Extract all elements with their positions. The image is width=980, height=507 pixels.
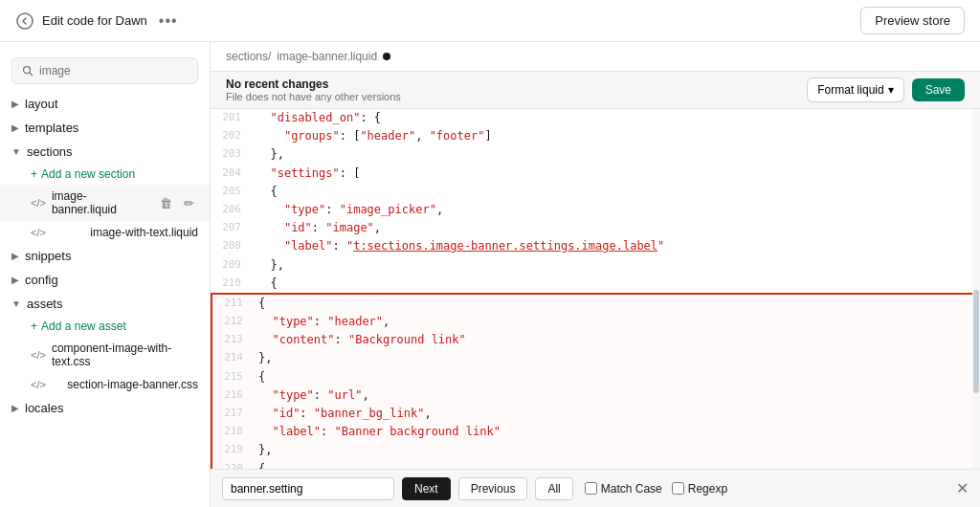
topbar-left: Edit code for Dawn •••	[15, 11, 178, 31]
sidebar-item-label: config	[25, 273, 58, 287]
code-line: 201 "disabled_on": {	[211, 109, 980, 127]
line-content: "type": "url",	[251, 386, 978, 405]
sidebar-item-layout[interactable]: ▶ layout	[0, 92, 210, 116]
format-label: Format liquid	[817, 83, 883, 97]
edit-file-button[interactable]: ✏	[180, 194, 198, 212]
search-options: Match Case Regexp	[585, 482, 727, 496]
file-item-component-image[interactable]: </> component-image-with-text.css	[0, 337, 210, 373]
file-icon: </>	[31, 349, 46, 361]
line-number: 209	[211, 256, 249, 275]
delete-file-button[interactable]: 🗑	[156, 194, 176, 212]
line-number: 208	[211, 237, 249, 255]
sidebar-item-sections[interactable]: ▼ sections	[0, 140, 210, 164]
file-item-image-banner[interactable]: </> image-banner.liquid 🗑 ✏	[0, 185, 210, 221]
line-content: "settings": [	[249, 165, 980, 183]
line-number: 217	[212, 405, 251, 423]
sidebar-item-config[interactable]: ▶ config	[0, 268, 210, 292]
format-liquid-button[interactable]: Format liquid ▾	[807, 77, 903, 102]
sidebar-item-label: assets	[27, 297, 63, 311]
topbar-title: Edit code for Dawn	[42, 13, 147, 28]
preview-store-button[interactable]: Preview store	[860, 7, 965, 34]
code-line: 217 "id": "banner_bg_link",	[211, 405, 980, 423]
back-icon[interactable]	[15, 11, 34, 31]
line-content: "disabled_on": {	[249, 109, 980, 127]
match-case-checkbox[interactable]	[585, 482, 597, 495]
editor-area: sections/image-banner.liquid No recent c…	[211, 42, 980, 507]
chevron-down-icon: ▼	[11, 298, 21, 309]
file-item-image-with-text[interactable]: </> image-with-text.liquid	[0, 221, 210, 244]
regexp-option[interactable]: Regexp	[672, 482, 727, 496]
code-line: 202 "groups": ["header", "footer"]	[211, 127, 980, 145]
next-button[interactable]: Next	[402, 477, 451, 500]
filename: image-banner.liquid	[277, 50, 377, 63]
chevron-down-icon: ▼	[11, 146, 21, 157]
code-line: 212 "type": "header",	[211, 313, 980, 331]
scrollbar-thumb[interactable]	[973, 290, 979, 393]
line-number: 206	[211, 201, 249, 219]
line-number: 218	[212, 423, 251, 441]
code-line: 216 "type": "url",	[211, 386, 980, 405]
file-label: image-with-text.liquid	[90, 226, 198, 239]
line-content: },	[249, 256, 980, 275]
line-content: "label": "Banner background link"	[251, 423, 978, 441]
code-line: 205 {	[211, 183, 980, 201]
search-bar: Next Previous All Match Case Regexp ✕	[211, 469, 980, 507]
chevron-right-icon: ▶	[11, 99, 19, 109]
code-line: 218 "label": "Banner background link"	[211, 423, 980, 441]
code-line: 208 "label": "t:sections.image-banner.se…	[211, 237, 980, 255]
line-content: },	[251, 441, 978, 459]
search-input[interactable]	[222, 477, 394, 500]
line-content: "type": "header",	[251, 313, 978, 331]
regexp-checkbox[interactable]	[672, 482, 684, 495]
line-content: {	[251, 368, 978, 386]
scrollbar-track[interactable]	[972, 109, 980, 469]
sidebar-search[interactable]: image	[11, 57, 198, 84]
sidebar-item-label: templates	[25, 121, 78, 135]
line-number: 205	[211, 183, 249, 201]
add-new-asset-link[interactable]: + Add a new asset	[0, 316, 210, 337]
line-number: 204	[211, 165, 249, 183]
code-line: 207 "id": "image",	[211, 219, 980, 237]
line-number: 220	[212, 460, 251, 469]
chevron-right-icon: ▶	[11, 251, 19, 261]
line-content: {	[249, 183, 980, 201]
code-editor[interactable]: 201 "disabled_on": {202 "groups": ["head…	[211, 109, 980, 469]
add-new-section-link[interactable]: + Add a new section	[0, 164, 210, 185]
sidebar-item-snippets[interactable]: ▶ snippets	[0, 244, 210, 268]
code-line: 220{	[211, 460, 980, 469]
line-content: "label": "t:sections.image-banner.settin…	[249, 237, 980, 255]
topbar-dots[interactable]: •••	[159, 12, 178, 30]
file-label: component-image-with-text.css	[52, 342, 198, 368]
line-content: },	[249, 145, 980, 164]
line-content: "id": "image",	[249, 219, 980, 237]
previous-button[interactable]: Previous	[458, 477, 528, 500]
svg-point-0	[17, 13, 33, 29]
sidebar-item-templates[interactable]: ▶ templates	[0, 116, 210, 140]
file-tab: sections/image-banner.liquid	[226, 50, 390, 63]
match-case-option[interactable]: Match Case	[585, 482, 662, 496]
sidebar-item-label: layout	[25, 97, 58, 111]
plus-icon: +	[31, 320, 37, 333]
line-content: "content": "Background link"	[251, 331, 978, 349]
line-number: 212	[212, 313, 251, 331]
file-label: section-image-banner.css	[67, 378, 198, 391]
sidebar-item-label: snippets	[25, 249, 71, 263]
search-close-button[interactable]: ✕	[956, 479, 969, 497]
file-path: sections/	[226, 50, 271, 63]
line-number: 213	[212, 331, 251, 349]
unsaved-dot	[383, 53, 390, 60]
line-number: 202	[211, 127, 249, 145]
line-content: "id": "banner_bg_link",	[251, 405, 978, 423]
line-number: 216	[212, 386, 251, 405]
chevron-down-icon: ▾	[888, 83, 894, 97]
sidebar-item-label: locales	[25, 401, 63, 415]
file-item-section-image-banner[interactable]: </> section-image-banner.css	[0, 373, 210, 396]
sidebar: image ▶ layout ▶ templates ▼ sections + …	[0, 42, 211, 507]
line-content: {	[249, 275, 980, 293]
save-button[interactable]: Save	[912, 78, 965, 101]
all-button[interactable]: All	[535, 477, 572, 500]
sidebar-item-locales[interactable]: ▶ locales	[0, 396, 210, 420]
line-number: 210	[211, 275, 249, 293]
editor-header: sections/image-banner.liquid	[211, 42, 980, 72]
sidebar-item-assets[interactable]: ▼ assets	[0, 292, 210, 316]
